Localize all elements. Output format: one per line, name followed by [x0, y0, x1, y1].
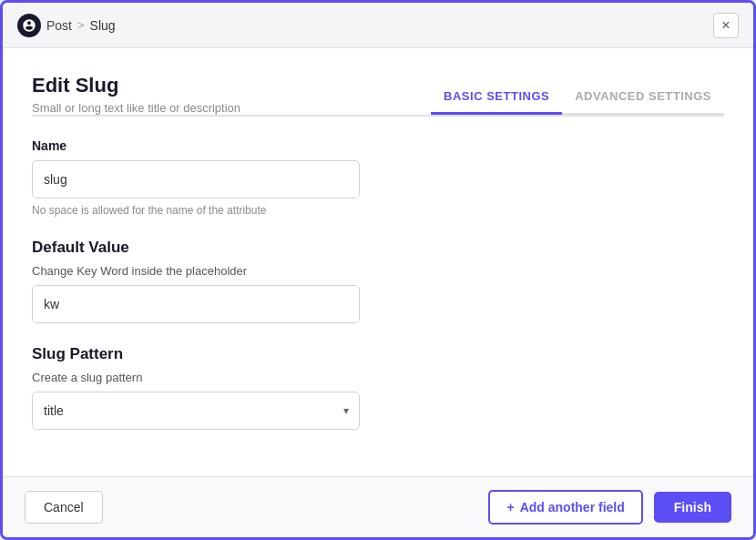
close-icon: ×: [721, 17, 730, 34]
modal-header: Post > Slug ×: [3, 3, 753, 48]
add-another-field-button[interactable]: + Add another field: [488, 490, 642, 525]
default-value-input[interactable]: [32, 285, 360, 323]
default-value-section: Default Value Change Key Word inside the…: [32, 239, 724, 323]
cancel-button[interactable]: Cancel: [25, 491, 103, 524]
default-value-sublabel: Change Key Word inside the placeholder: [32, 264, 724, 278]
slug-pattern-select[interactable]: title id custom: [32, 392, 360, 430]
breadcrumb-root: Post: [46, 18, 72, 33]
slug-pattern-heading: Slug Pattern: [32, 345, 724, 363]
name-label: Name: [32, 138, 724, 153]
tab-basic-settings[interactable]: BASIC SETTINGS: [431, 82, 562, 115]
modal-body: Edit Slug Small or long text like title …: [3, 48, 753, 476]
name-section: Name No space is allowed for the name of…: [32, 138, 724, 217]
breadcrumb-separator: >: [77, 18, 85, 32]
page-title: Edit Slug: [32, 74, 240, 97]
finish-button[interactable]: Finish: [654, 492, 731, 523]
breadcrumb: Post > Slug: [17, 14, 116, 37]
slug-pattern-select-wrapper: title id custom ▾: [32, 392, 360, 430]
modal-footer: Cancel + Add another field Finish: [3, 476, 753, 537]
footer-right-actions: + Add another field Finish: [488, 490, 731, 525]
modal-container: Post > Slug × Edit Slug Small or long te…: [0, 0, 756, 540]
close-button[interactable]: ×: [713, 13, 739, 38]
modal-top-bar: Edit Slug Small or long text like title …: [3, 48, 753, 115]
modal-content: Name No space is allowed for the name of…: [3, 117, 753, 476]
slug-pattern-sublabel: Create a slug pattern: [32, 371, 724, 384]
brand-icon: [17, 14, 41, 37]
name-hint: No space is allowed for the name of the …: [32, 204, 724, 217]
default-value-heading: Default Value: [32, 239, 724, 257]
page-description: Small or long text like title or descrip…: [32, 101, 240, 115]
breadcrumb-current: Slug: [90, 18, 116, 33]
name-input[interactable]: [32, 160, 360, 199]
title-section: Edit Slug Small or long text like title …: [32, 74, 240, 115]
plus-icon: +: [506, 500, 514, 515]
tab-advanced-settings[interactable]: ADVANCED SETTINGS: [562, 82, 724, 115]
tabs-container: BASIC SETTINGS ADVANCED SETTINGS: [431, 74, 724, 115]
slug-pattern-section: Slug Pattern Create a slug pattern title…: [32, 345, 724, 430]
